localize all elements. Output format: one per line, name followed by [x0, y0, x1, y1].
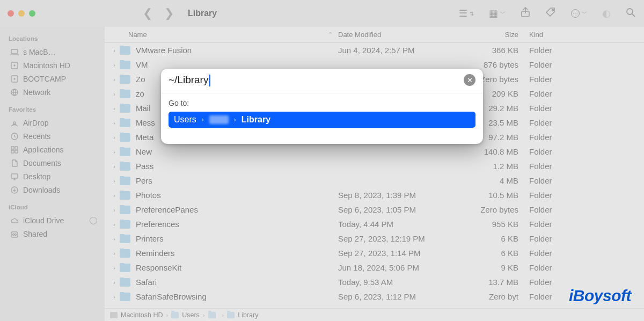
- sidebar-item[interactable]: BOOTCAMP: [5, 72, 101, 85]
- go-to-result-row[interactable]: Users››Library: [169, 112, 475, 128]
- path-separator-icon: ›: [234, 116, 236, 123]
- file-name: Pass: [136, 162, 153, 171]
- sidebar-item[interactable]: Shared: [5, 227, 101, 240]
- disclosure-triangle-icon[interactable]: ›: [109, 76, 120, 83]
- sidebar-item[interactable]: Network: [5, 85, 101, 99]
- action-menu-button[interactable]: ⋯ ﹀: [571, 9, 587, 18]
- table-row[interactable]: ›SafariToday, 9:53 AM13.7 MBFolder: [105, 275, 644, 289]
- sidebar-section-title: Favorites: [9, 106, 98, 113]
- table-row[interactable]: ›Pass1.2 MBFolder: [105, 159, 644, 173]
- sync-progress-icon: [90, 217, 97, 224]
- file-kind: Folder: [526, 133, 644, 142]
- back-button[interactable]: ❮: [143, 6, 152, 20]
- file-name: Reminders: [136, 249, 175, 258]
- cloud-icon: [10, 216, 19, 225]
- sidebar-item[interactable]: s MacB…: [5, 45, 101, 59]
- sidebar-item[interactable]: Recents: [5, 129, 101, 143]
- sidebar-item[interactable]: Desktop: [5, 170, 101, 183]
- disclosure-triangle-icon[interactable]: ›: [109, 192, 120, 199]
- go-to-path-input[interactable]: ~/Library: [169, 74, 464, 86]
- path-separator-icon: ›: [203, 312, 205, 318]
- close-window-button[interactable]: [8, 10, 14, 17]
- toolbar: ☰ ⇅ ▦ ﹀ ⋯ ﹀ ◐: [459, 7, 635, 20]
- disclosure-triangle-icon[interactable]: ›: [109, 105, 120, 112]
- sidebar-item-label: Downloads: [23, 186, 60, 194]
- file-kind: Folder: [526, 205, 644, 214]
- disclosure-triangle-icon[interactable]: ›: [109, 236, 120, 242]
- sidebar-item[interactable]: iCloud Drive: [5, 214, 101, 227]
- svg-point-1: [552, 9, 554, 11]
- table-row[interactable]: ›SafariSafeBrowsingSep 6, 2023, 1:12 PMZ…: [105, 289, 644, 304]
- sidebar-item[interactable]: Documents: [5, 156, 101, 170]
- disclosure-triangle-icon[interactable]: ›: [109, 163, 120, 170]
- folder-icon: [120, 104, 130, 113]
- table-row[interactable]: ›PreferencePanesSep 6, 2023, 1:05 PMZero…: [105, 202, 644, 217]
- table-row[interactable]: ›PreferencesToday, 4:44 PM955 KBFolder: [105, 217, 644, 231]
- file-date: Sep 27, 2023, 12:19 PM: [338, 234, 462, 243]
- table-row[interactable]: ›VMware FusionJun 4, 2024, 2:57 PM366 KB…: [105, 43, 644, 57]
- file-kind: Folder: [526, 118, 644, 127]
- table-row[interactable]: ›New140.8 MBFolder: [105, 144, 644, 159]
- path-segment[interactable]: Users: [182, 311, 200, 319]
- window-controls: [8, 10, 35, 17]
- svg-point-18: [12, 234, 14, 235]
- zoom-window-button[interactable]: [29, 10, 35, 17]
- table-row[interactable]: ›Pers4 MBFolder: [105, 173, 644, 188]
- disclosure-triangle-icon[interactable]: ›: [109, 265, 120, 271]
- file-kind: Folder: [526, 191, 644, 200]
- window-title: Library: [188, 9, 217, 18]
- view-list-button[interactable]: ☰ ⇅: [459, 8, 474, 19]
- disclosure-triangle-icon[interactable]: ›: [109, 91, 120, 97]
- clear-input-button[interactable]: ✕: [464, 74, 475, 86]
- search-button[interactable]: [626, 8, 635, 20]
- column-size[interactable]: Size: [462, 31, 526, 39]
- disclosure-triangle-icon[interactable]: ›: [109, 62, 120, 68]
- apps-icon: [10, 145, 19, 154]
- file-name: ResponseKit: [136, 263, 181, 272]
- folder-icon: [227, 312, 235, 318]
- sidebar-item-label: s MacB…: [23, 48, 56, 56]
- file-size: Zero byt: [462, 292, 526, 301]
- table-row[interactable]: ›RemindersSep 27, 2023, 1:14 PM6 KBFolde…: [105, 246, 644, 260]
- file-kind: Folder: [526, 263, 644, 272]
- forward-button[interactable]: ❯: [164, 6, 174, 20]
- go-to-path-value: ~/Library: [169, 74, 208, 85]
- disclosure-triangle-icon[interactable]: ›: [109, 250, 120, 257]
- table-row[interactable]: ›PhotosSep 8, 2023, 1:39 PM10.5 MBFolder: [105, 188, 644, 202]
- disclosure-triangle-icon[interactable]: ›: [109, 47, 120, 54]
- sidebar-item[interactable]: Downloads: [5, 183, 101, 196]
- folder-icon: [120, 177, 130, 185]
- column-date[interactable]: Date Modified: [338, 31, 462, 39]
- disclosure-triangle-icon[interactable]: ›: [109, 178, 120, 184]
- file-kind: Folder: [526, 60, 644, 69]
- disclosure-triangle-icon[interactable]: ›: [109, 134, 120, 141]
- disclosure-triangle-icon[interactable]: ›: [109, 149, 120, 155]
- path-separator-icon: ›: [166, 312, 169, 318]
- table-row[interactable]: ›PrintersSep 27, 2023, 12:19 PM6 KBFolde…: [105, 231, 644, 246]
- share-button[interactable]: [521, 7, 530, 20]
- info-button[interactable]: ◐: [602, 8, 611, 19]
- disk-icon: [10, 74, 19, 83]
- tags-button[interactable]: [545, 7, 556, 20]
- file-kind: Folder: [526, 162, 644, 171]
- sidebar-item[interactable]: Macintosh HD: [5, 59, 101, 72]
- path-segment[interactable]: Library: [238, 311, 258, 319]
- minimize-window-button[interactable]: [18, 10, 25, 17]
- sidebar-item[interactable]: Applications: [5, 143, 101, 156]
- folder-icon: [120, 264, 130, 272]
- view-grid-button[interactable]: ▦ ﹀: [489, 8, 506, 19]
- disclosure-triangle-icon[interactable]: ›: [109, 221, 120, 228]
- path-segment[interactable]: Macintosh HD: [121, 311, 163, 319]
- svg-point-19: [14, 234, 16, 235]
- search-icon: [626, 8, 635, 17]
- file-kind: Folder: [526, 249, 644, 258]
- sidebar-item[interactable]: AirDrop: [5, 116, 101, 129]
- disclosure-triangle-icon[interactable]: ›: [109, 120, 120, 126]
- column-kind[interactable]: Kind: [526, 31, 644, 39]
- table-row[interactable]: ›ResponseKitJun 18, 2024, 5:06 PM9 KBFol…: [105, 260, 644, 275]
- disclosure-triangle-icon[interactable]: ›: [109, 207, 120, 213]
- disclosure-triangle-icon[interactable]: ›: [109, 294, 120, 300]
- disclosure-triangle-icon[interactable]: ›: [109, 279, 120, 286]
- column-name[interactable]: Name ⌃: [105, 31, 338, 39]
- watermark: iBoysoft: [569, 287, 631, 305]
